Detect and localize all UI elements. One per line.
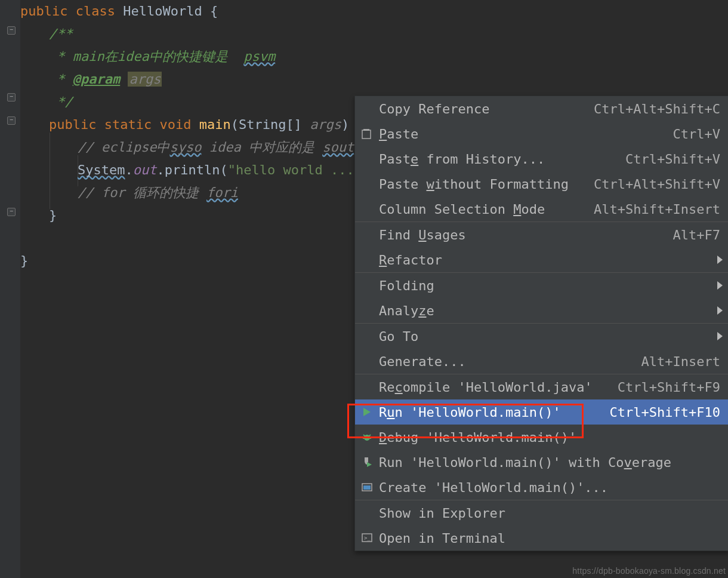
menu-column-selection[interactable]: Column Selection ModeAlt+Shift+Insert bbox=[355, 196, 728, 222]
submenu-arrow-icon bbox=[717, 281, 723, 290]
app-config-icon bbox=[360, 480, 374, 494]
coverage-icon bbox=[360, 455, 374, 469]
menu-run-coverage[interactable]: Run 'HelloWorld.main()' with Coverage bbox=[355, 450, 728, 475]
menu-paste-history[interactable]: Paste from History...Ctrl+Shift+V bbox=[355, 146, 728, 171]
svg-marker-8 bbox=[367, 462, 372, 467]
menu-run[interactable]: Run 'HelloWorld.main()'Ctrl+Shift+F10 bbox=[355, 399, 728, 425]
fold-toggle-icon[interactable] bbox=[7, 26, 16, 35]
svg-marker-2 bbox=[363, 408, 371, 416]
menu-recompile[interactable]: Recompile 'HelloWorld.java'Ctrl+Shift+F9 bbox=[355, 374, 728, 399]
svg-rect-1 bbox=[362, 130, 371, 139]
menu-open-terminal[interactable]: >_ Open in Terminal bbox=[355, 525, 728, 551]
menu-analyze[interactable]: Analyze bbox=[355, 298, 728, 323]
menu-paste[interactable]: PasteCtrl+V bbox=[355, 121, 728, 146]
svg-line-4 bbox=[363, 435, 365, 436]
menu-generate[interactable]: Generate...Alt+Insert bbox=[355, 349, 728, 374]
svg-line-5 bbox=[369, 435, 371, 436]
code-line: * main在idea中的快捷键是 psvm bbox=[20, 45, 728, 68]
submenu-arrow-icon bbox=[717, 306, 723, 315]
svg-text:>_: >_ bbox=[364, 535, 371, 541]
menu-show-explorer[interactable]: Show in Explorer bbox=[355, 500, 728, 525]
submenu-arrow-icon bbox=[717, 256, 723, 264]
menu-paste-no-format[interactable]: Paste without FormattingCtrl+Alt+Shift+V bbox=[355, 171, 728, 196]
menu-create-config[interactable]: Create 'HelloWorld.main()'... bbox=[355, 475, 728, 500]
fold-toggle-icon[interactable] bbox=[7, 93, 16, 102]
watermark-text: https://dpb-bobokaoya-sm.blog.csdn.net bbox=[572, 566, 726, 576]
paste-icon bbox=[360, 127, 374, 141]
code-line: /** bbox=[20, 23, 728, 45]
code-line: public class HelloWorld { bbox=[20, 0, 728, 23]
editor-gutter bbox=[0, 0, 20, 578]
code-line: * @param args bbox=[20, 68, 728, 91]
svg-rect-10 bbox=[363, 485, 371, 490]
context-menu: Copy ReferenceCtrl+Alt+Shift+C PasteCtrl… bbox=[354, 96, 728, 551]
submenu-arrow-icon bbox=[717, 332, 723, 340]
fold-toggle-icon[interactable] bbox=[7, 208, 16, 216]
run-icon bbox=[360, 405, 374, 419]
menu-refactor[interactable]: Refactor bbox=[355, 247, 728, 272]
menu-folding[interactable]: Folding bbox=[355, 273, 728, 298]
menu-find-usages[interactable]: Find UsagesAlt+F7 bbox=[355, 222, 728, 247]
terminal-icon: >_ bbox=[360, 531, 374, 545]
fold-toggle-icon[interactable] bbox=[7, 116, 16, 125]
menu-debug[interactable]: Debug 'HelloWorld.main()' bbox=[355, 425, 728, 450]
debug-icon bbox=[360, 430, 374, 444]
menu-copy-reference[interactable]: Copy ReferenceCtrl+Alt+Shift+C bbox=[355, 96, 728, 121]
menu-goto[interactable]: Go To bbox=[355, 324, 728, 349]
